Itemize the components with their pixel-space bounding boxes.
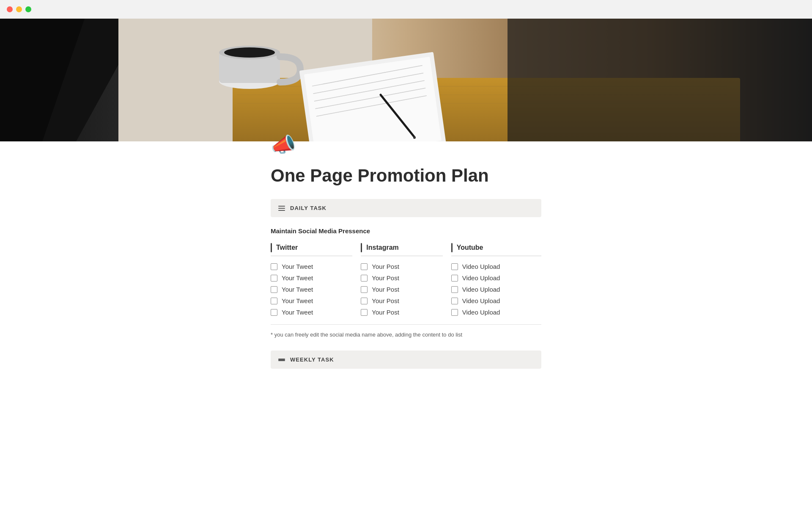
instagram-label-3: Your Post bbox=[372, 286, 399, 293]
youtube-item-1[interactable]: Video Upload bbox=[451, 263, 541, 270]
megaphone-icon: 📣 bbox=[271, 133, 541, 157]
twitter-label-2: Your Tweet bbox=[282, 274, 313, 282]
youtube-item-5[interactable]: Video Upload bbox=[451, 309, 541, 316]
instagram-label-5: Your Post bbox=[372, 309, 399, 316]
weekly-toggle-icon bbox=[278, 359, 285, 361]
instagram-item-5[interactable]: Your Post bbox=[361, 309, 442, 316]
toggle-icon bbox=[278, 206, 285, 211]
weekly-task-toggle[interactable]: WEEKLY TASK bbox=[271, 351, 541, 369]
daily-task-toggle[interactable]: DAILY TASK bbox=[271, 199, 541, 217]
instagram-item-4[interactable]: Your Post bbox=[361, 297, 442, 304]
instagram-checkbox-1[interactable] bbox=[361, 263, 368, 270]
close-button[interactable] bbox=[7, 6, 13, 12]
twitter-checkbox-2[interactable] bbox=[271, 275, 277, 282]
instagram-title: Instagram bbox=[366, 244, 398, 251]
instagram-label-1: Your Post bbox=[372, 263, 399, 270]
instagram-label-4: Your Post bbox=[372, 297, 399, 304]
instagram-checkbox-4[interactable] bbox=[361, 298, 368, 304]
twitter-header: Twitter bbox=[271, 243, 352, 256]
twitter-checkbox-4[interactable] bbox=[271, 298, 277, 304]
twitter-checkbox-1[interactable] bbox=[271, 263, 277, 270]
instagram-border bbox=[361, 243, 362, 252]
weekly-task-label: WEEKLY TASK bbox=[290, 356, 334, 363]
twitter-label-1: Your Tweet bbox=[282, 263, 313, 270]
youtube-checkbox-5[interactable] bbox=[451, 309, 458, 316]
youtube-label-4: Video Upload bbox=[462, 297, 500, 304]
instagram-column: Instagram Your Post Your Post Your Post bbox=[361, 243, 451, 316]
twitter-list: Your Tweet Your Tweet Your Tweet Your Tw… bbox=[271, 263, 352, 316]
instagram-list: Your Post Your Post Your Post Your Post … bbox=[361, 263, 442, 316]
youtube-label-5: Video Upload bbox=[462, 309, 500, 316]
youtube-list: Video Upload Video Upload Video Upload V… bbox=[451, 263, 541, 316]
twitter-checkbox-5[interactable] bbox=[271, 309, 277, 316]
twitter-item-2[interactable]: Your Tweet bbox=[271, 274, 352, 282]
social-columns-grid: Twitter Your Tweet Your Tweet Your Tweet bbox=[271, 243, 541, 316]
twitter-checkbox-3[interactable] bbox=[271, 286, 277, 293]
youtube-checkbox-1[interactable] bbox=[451, 263, 458, 270]
footer-note: * you can freely edit the social media n… bbox=[271, 324, 541, 338]
titlebar bbox=[0, 0, 812, 19]
youtube-checkbox-2[interactable] bbox=[451, 275, 458, 282]
instagram-label-2: Your Post bbox=[372, 274, 399, 282]
twitter-item-4[interactable]: Your Tweet bbox=[271, 297, 352, 304]
twitter-label-5: Your Tweet bbox=[282, 309, 313, 316]
instagram-checkbox-3[interactable] bbox=[361, 286, 368, 293]
instagram-header: Instagram bbox=[361, 243, 442, 256]
youtube-item-2[interactable]: Video Upload bbox=[451, 274, 541, 282]
hero-banner bbox=[0, 19, 812, 141]
youtube-checkbox-4[interactable] bbox=[451, 298, 458, 304]
twitter-label-3: Your Tweet bbox=[282, 286, 313, 293]
twitter-label-4: Your Tweet bbox=[282, 297, 313, 304]
youtube-item-4[interactable]: Video Upload bbox=[451, 297, 541, 304]
youtube-item-3[interactable]: Video Upload bbox=[451, 286, 541, 293]
youtube-column: Youtube Video Upload Video Upload Video … bbox=[451, 243, 541, 316]
youtube-border bbox=[451, 243, 453, 252]
youtube-title: Youtube bbox=[457, 244, 483, 251]
hero-image bbox=[0, 19, 812, 141]
youtube-label-2: Video Upload bbox=[462, 274, 500, 282]
page-title: One Page Promotion Plan bbox=[271, 165, 541, 186]
maximize-button[interactable] bbox=[25, 6, 31, 12]
youtube-label-1: Video Upload bbox=[462, 263, 500, 270]
page-content: 📣 One Page Promotion Plan DAILY TASK Mai… bbox=[254, 133, 558, 403]
twitter-item-3[interactable]: Your Tweet bbox=[271, 286, 352, 293]
youtube-label-3: Video Upload bbox=[462, 286, 500, 293]
twitter-title: Twitter bbox=[276, 244, 298, 251]
youtube-header: Youtube bbox=[451, 243, 541, 256]
social-section-title: Maintain Social Media Pressence bbox=[271, 227, 541, 235]
twitter-border bbox=[271, 243, 272, 252]
instagram-item-3[interactable]: Your Post bbox=[361, 286, 442, 293]
instagram-checkbox-5[interactable] bbox=[361, 309, 368, 316]
twitter-item-1[interactable]: Your Tweet bbox=[271, 263, 352, 270]
svg-rect-21 bbox=[508, 19, 812, 141]
minimize-button[interactable] bbox=[16, 6, 22, 12]
daily-task-label: DAILY TASK bbox=[290, 205, 326, 211]
instagram-checkbox-2[interactable] bbox=[361, 275, 368, 282]
instagram-item-2[interactable]: Your Post bbox=[361, 274, 442, 282]
youtube-checkbox-3[interactable] bbox=[451, 286, 458, 293]
instagram-item-1[interactable]: Your Post bbox=[361, 263, 442, 270]
twitter-item-5[interactable]: Your Tweet bbox=[271, 309, 352, 316]
twitter-column: Twitter Your Tweet Your Tweet Your Tweet bbox=[271, 243, 361, 316]
svg-point-11 bbox=[224, 47, 275, 58]
